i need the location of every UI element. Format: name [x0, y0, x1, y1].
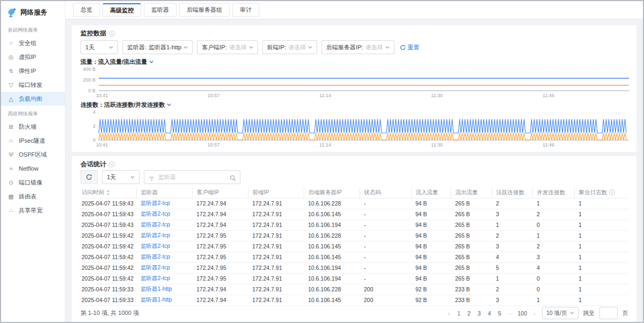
sidebar-item-virtual-ip[interactable]: ◎虚拟IP: [1, 50, 65, 64]
session-time-range-select[interactable]: 1天: [102, 170, 140, 184]
listener-search-input[interactable]: [158, 174, 227, 180]
tab-listeners[interactable]: 监听器: [144, 3, 177, 17]
page-button-2[interactable]: 2: [466, 310, 472, 317]
sidebar-item-port-forwarding[interactable]: ▽端口转发: [1, 78, 65, 92]
table-row: 2025-04-07 11:59:33监听器1-http172.24.7.941…: [80, 295, 629, 305]
frontend-ip-select[interactable]: 前端IP:请选择: [262, 40, 317, 54]
cell-backend-server-ip: 10.6.106.194: [304, 262, 360, 273]
content-area: 监控数据 i 1天监听器:监听器1-http客户端IP:请选择前端IP:请选择后…: [65, 19, 643, 322]
cell-outbound-traffic: 265 B: [451, 252, 492, 262]
page-button-4[interactable]: 4: [487, 310, 492, 317]
shared-bandwidth-icon: ∴: [8, 208, 14, 214]
sidebar-item-ospf-area[interactable]: ΨOSPF区域: [1, 148, 65, 162]
listener-link[interactable]: 监听器2-tcp: [141, 253, 170, 260]
table-header-row: 访问时间监听器客户端IP前端IP后端服务器IP状态码流入流量流出流量活跃连接数并…: [80, 187, 629, 198]
sidebar-item-load-balancer[interactable]: △负载均衡: [1, 92, 65, 106]
col-access-time[interactable]: 访问时间: [80, 187, 136, 198]
listener-link[interactable]: 监听器2-tcp: [141, 232, 170, 238]
cell-inbound-traffic: 94 B: [411, 209, 451, 219]
sidebar-item-port-mirroring[interactable]: ⊙端口镜像: [1, 175, 65, 189]
page-size-select[interactable]: 10 项/页: [542, 307, 579, 319]
cell-concurrent-connections: 3: [532, 252, 574, 262]
refresh-button[interactable]: [80, 170, 98, 184]
sidebar-item-route-table[interactable]: ▦路由表: [1, 189, 65, 203]
page-button-5[interactable]: 5: [497, 310, 502, 317]
cell-access-time: 2025-04-07 11:59:42: [80, 230, 136, 241]
port-forwarding-icon: ▽: [8, 82, 14, 88]
listener-select-val: 监听器1-http: [149, 43, 181, 52]
listener-link[interactable]: 监听器2-tcp: [141, 264, 170, 270]
col-label-active-connections: 活跃连接数: [496, 189, 525, 196]
listener-link[interactable]: 监听器2-tcp: [141, 200, 170, 206]
client-ip-select[interactable]: 客户端IP:请选择: [197, 40, 258, 54]
listener-link[interactable]: 监听器2-tcp: [141, 243, 170, 249]
col-inbound-traffic: 流入流量: [411, 187, 451, 198]
cell-access-time: 2025-04-07 11:59:42: [80, 262, 136, 273]
search-icon[interactable]: [230, 174, 236, 183]
frontend-ip-select-lab: 前端IP:: [267, 43, 286, 52]
next-page-button[interactable]: ›: [532, 310, 537, 317]
cell-frontend-ip: 172.24.7.91: [248, 241, 304, 252]
sidebar-item-ipsec-tunnel[interactable]: ∩IPsec隧道: [1, 134, 65, 148]
sort-icon[interactable]: [106, 190, 110, 195]
frontend-ip-select-ph: 请选择: [288, 43, 306, 52]
tab-backend-server-groups[interactable]: 后端服务器组: [179, 3, 230, 17]
sidebar-item-shared-bandwidth[interactable]: ∴共享带宽: [1, 203, 65, 217]
connections-metric-select[interactable]: 连接数：活跃连接数/并发连接数: [80, 100, 628, 109]
tab-advanced-monitoring[interactable]: 高级监控: [103, 3, 141, 17]
info-icon[interactable]: i: [109, 31, 115, 36]
time-range-select[interactable]: 1天: [80, 40, 118, 54]
chevron-down-icon: [184, 46, 188, 49]
tab-overview[interactable]: 总览: [73, 3, 100, 17]
listener-link[interactable]: 监听器2-tcp: [141, 221, 170, 227]
app-logo: 网络服务: [1, 1, 65, 22]
monitor-title: 监控数据: [80, 29, 106, 38]
cell-backend-server-ip: 10.6.106.228: [304, 230, 360, 241]
cell-listener: 监听器2-tcp: [136, 262, 192, 273]
cell-inbound-traffic: 94 B: [411, 230, 451, 241]
col-label-backend-server-ip: 后端服务器IP: [309, 189, 342, 196]
col-outbound-traffic: 流出流量: [451, 187, 492, 198]
cell-access-time: 2025-04-07 11:59:43: [80, 209, 136, 219]
page-button-3[interactable]: 3: [477, 310, 482, 317]
listener-link[interactable]: 监听器2-tcp: [141, 210, 170, 217]
cell-outbound-traffic: 265 B: [451, 273, 492, 284]
sidebar: 网络服务 基础网络服务○安全组◎虚拟IP↯弹性IP▽端口转发△负载均衡高级网络服…: [1, 1, 65, 322]
cell-backend-server-ip: 10.6.106.194: [304, 219, 360, 230]
page-button-100[interactable]: 100: [517, 310, 527, 317]
cell-active-connections: 1: [492, 273, 532, 284]
cell-client-ip: 172.24.7.94: [192, 219, 248, 230]
col-label-status-code: 状态码: [364, 189, 382, 196]
sidebar-item-label: 安全组: [19, 39, 36, 47]
backend-server-ip-select[interactable]: 后端服务器IP:请选择: [321, 40, 394, 54]
info-icon[interactable]: i: [609, 189, 615, 195]
page-button-1[interactable]: 1: [456, 310, 462, 317]
svg-text:11:30: 11:30: [431, 93, 443, 98]
sidebar-nav: 基础网络服务○安全组◎虚拟IP↯弹性IP▽端口转发△负载均衡高级网络服务⊞防火墙…: [1, 22, 65, 217]
sidebar-item-elastic-ip[interactable]: ↯弹性IP: [1, 64, 65, 78]
cell-outbound-traffic: 265 B: [451, 219, 492, 230]
col-frontend-ip: 前端IP: [248, 187, 304, 198]
cell-concurrent-connections: 1: [532, 198, 574, 209]
cell-status-code: -: [360, 198, 411, 209]
listener-link[interactable]: 监听器2-tcp: [141, 275, 170, 281]
prev-page-button[interactable]: ‹: [446, 310, 451, 317]
listener-link[interactable]: 监听器1-http: [141, 285, 172, 292]
col-label-frontend-ip: 前端IP: [253, 189, 269, 196]
cell-inbound-traffic: 92 B: [411, 284, 451, 295]
listener-link[interactable]: 监听器1-http: [141, 296, 172, 303]
table-row: 2025-04-07 11:59:42监听器2-tcp172.24.7.9517…: [80, 252, 629, 262]
reset-button[interactable]: 重置: [400, 43, 420, 52]
col-backend-server-ip: 后端服务器IP: [304, 187, 360, 198]
info-icon[interactable]: i: [109, 162, 115, 167]
traffic-metric-select[interactable]: 流量：流入流量/流出流量: [80, 57, 628, 66]
listener-select[interactable]: 监听器:监听器1-http: [122, 40, 193, 54]
tab-audit[interactable]: 审计: [232, 3, 259, 17]
cell-access-time: 2025-04-07 11:59:43: [80, 198, 136, 209]
sidebar-item-firewall[interactable]: ⊞防火墙: [1, 120, 65, 134]
sidebar-item-security-group[interactable]: ○安全组: [1, 36, 65, 50]
sidebar-item-netflow[interactable]: ≈Netflow: [1, 162, 65, 175]
jump-page-input[interactable]: [599, 307, 618, 319]
col-label-aggregated-logs: 聚合日志数: [579, 189, 608, 196]
table-row: 2025-04-07 11:59:42监听器2-tcp172.24.7.9517…: [80, 273, 629, 284]
